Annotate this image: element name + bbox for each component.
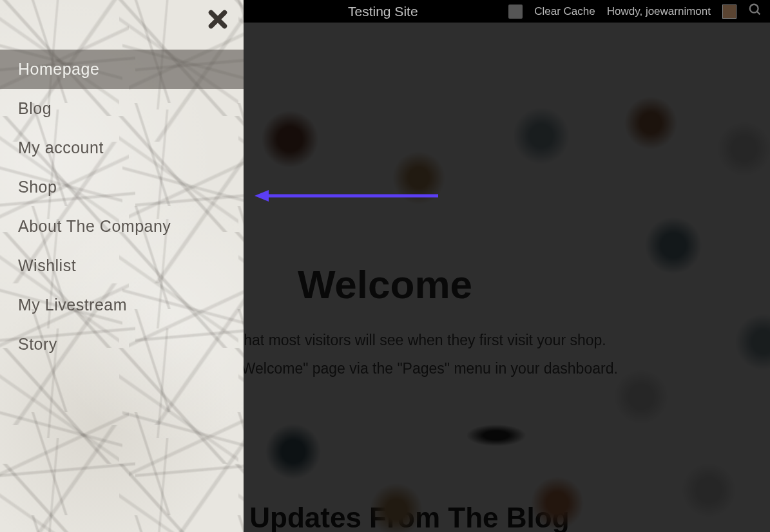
svg-line-1 xyxy=(757,12,760,15)
comment-icon[interactable] xyxy=(508,5,523,19)
nav-item-my-account[interactable]: My account xyxy=(0,128,244,167)
nav-item-wishlist[interactable]: Wishlist xyxy=(0,246,244,285)
close-icon xyxy=(206,8,229,31)
nav-item-blog[interactable]: Blog xyxy=(0,89,244,128)
close-button[interactable] xyxy=(204,5,232,33)
clear-cache-link[interactable]: Clear Cache xyxy=(534,5,595,18)
nav-list: Homepage Blog My account Shop About The … xyxy=(0,50,244,364)
avatar[interactable] xyxy=(722,5,736,19)
search-icon[interactable] xyxy=(748,3,762,20)
nav-item-about[interactable]: About The Company xyxy=(0,207,244,246)
nav-item-livestream[interactable]: My Livestream xyxy=(0,285,244,325)
annotation-arrow xyxy=(255,188,441,206)
site-title[interactable]: Testing Site xyxy=(348,4,418,19)
user-greeting[interactable]: Howdy, joewarnimont xyxy=(607,5,711,18)
sidebar-menu: Homepage Blog My account Shop About The … xyxy=(0,0,244,532)
nav-item-story[interactable]: Story xyxy=(0,325,244,364)
nav-item-shop[interactable]: Shop xyxy=(0,167,244,207)
svg-point-0 xyxy=(750,5,758,13)
svg-marker-3 xyxy=(255,190,269,202)
nav-item-homepage[interactable]: Homepage xyxy=(0,50,244,89)
